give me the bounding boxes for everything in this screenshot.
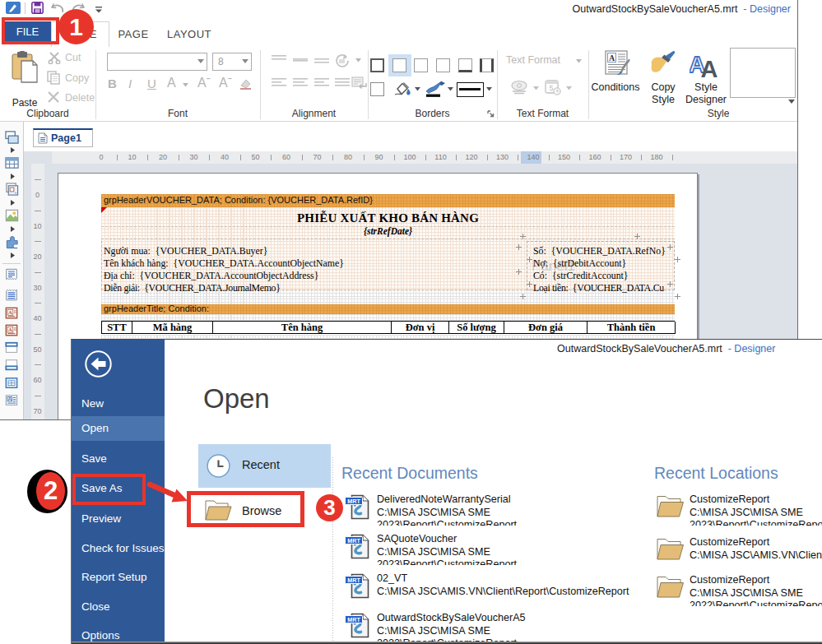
svg-text:MRT: MRT xyxy=(347,616,360,623)
svg-text:5: 5 xyxy=(549,84,553,92)
svg-text:A: A xyxy=(609,53,615,63)
svg-text:MRT: MRT xyxy=(347,577,360,584)
svg-text:A: A xyxy=(701,56,718,80)
svg-text:A: A xyxy=(8,327,12,332)
svg-text:A: A xyxy=(8,309,12,315)
svg-text:MRT: MRT xyxy=(347,498,360,505)
svg-text:MRT: MRT xyxy=(347,537,360,544)
